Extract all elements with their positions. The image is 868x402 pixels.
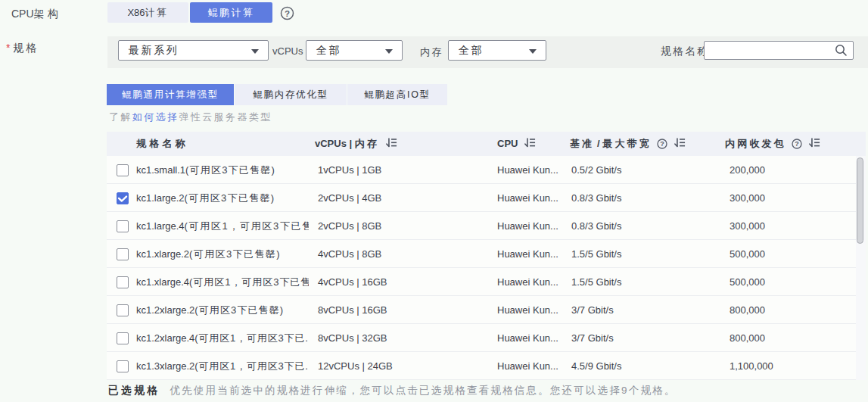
svg-text:?: ? [660,140,664,148]
svg-text:?: ? [795,140,799,148]
svg-text:?: ? [285,9,290,18]
